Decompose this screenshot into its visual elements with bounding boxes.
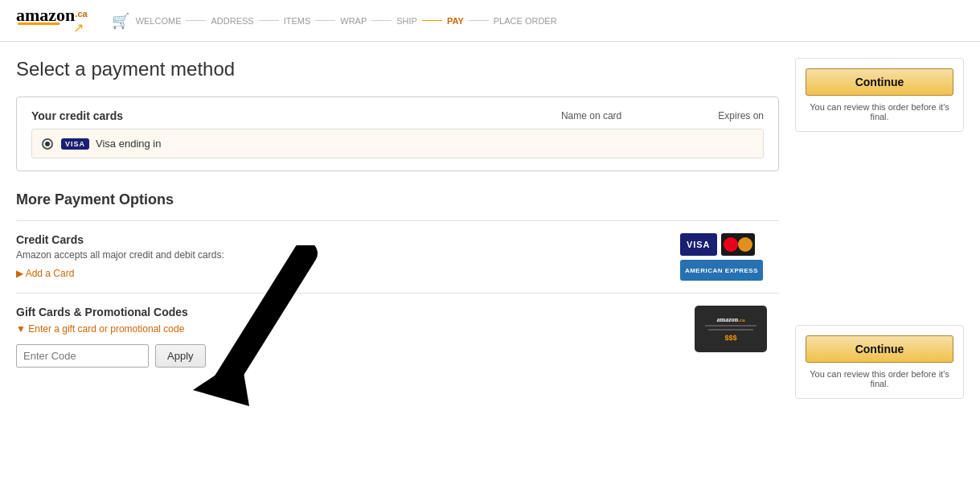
radio-button[interactable] <box>42 138 53 150</box>
radio-inner <box>45 142 50 146</box>
gift-cards-left: Gift Cards & Promotional Codes ▼ Enter a… <box>16 306 206 368</box>
visa-logo: VISA <box>61 138 89 150</box>
nav-step-pay[interactable]: PAY <box>447 16 464 26</box>
continue-button-bottom[interactable]: Continue <box>806 335 953 363</box>
page-title: Select a payment method <box>16 58 779 80</box>
credit-cards-section: Your credit cards Name on card Expires o… <box>16 97 779 171</box>
main-layout: Select a payment method Your credit card… <box>0 42 980 415</box>
cc-header-row: Your credit cards Name on card Expires o… <box>31 109 764 129</box>
nav-step-ship[interactable]: SHIP <box>396 16 417 26</box>
visa-card-logo: VISA <box>680 233 717 256</box>
card-logos-group: VISA AMERICAN EXPRESS <box>680 233 763 281</box>
cc-section-label: Your credit cards <box>31 109 123 122</box>
card-label: Visa ending in <box>96 138 161 150</box>
mastercard-logo <box>721 233 755 256</box>
header: amazon.ca ↗ 🛒 WELCOME ADDRESS ITEMS WRAP… <box>0 0 980 42</box>
cc-subsection-desc: Amazon accepts all major credit and debi… <box>16 249 224 261</box>
continue-box-bottom: Continue You can review this order befor… <box>795 325 964 399</box>
gift-cards-title: Gift Cards & Promotional Codes <box>16 306 206 318</box>
sidebar: Continue You can review this order befor… <box>795 58 964 399</box>
more-options-title: More Payment Options <box>16 191 779 208</box>
cart-icon: 🛒 <box>112 12 129 30</box>
review-text-top: You can review this order before it's fi… <box>806 102 953 121</box>
add-card-link[interactable]: ▶ Add a Card <box>16 268 74 279</box>
cc-subsection-left: Credit Cards Amazon accepts all major cr… <box>16 233 224 279</box>
cc-subsection-title: Credit Cards <box>16 233 224 246</box>
gift-input-row: Apply <box>16 344 206 368</box>
cc-col-expires: Expires on <box>718 110 764 121</box>
more-options-section: Credit Cards Amazon accepts all major cr… <box>16 220 779 380</box>
logo[interactable]: amazon.ca ↗ <box>16 6 88 35</box>
continue-box-top: Continue You can review this order befor… <box>795 58 964 132</box>
nav-step-address[interactable]: ADDRESS <box>211 16 253 26</box>
gift-code-input[interactable] <box>16 344 149 368</box>
nav-step-wrap[interactable]: WRAP <box>340 16 367 26</box>
gift-cards-subsection: Gift Cards & Promotional Codes ▼ Enter a… <box>16 294 779 380</box>
cc-col-name: Name on card <box>561 110 621 121</box>
continue-button-top[interactable]: Continue <box>806 68 953 96</box>
apply-button[interactable]: Apply <box>155 344 206 368</box>
amazon-gift-card-image: amazon.ca $$$ <box>695 306 767 352</box>
credit-cards-subsection: Credit Cards Amazon accepts all major cr… <box>16 221 779 294</box>
nav-step-items[interactable]: ITEMS <box>284 16 311 26</box>
nav-step-place-order[interactable]: PLACE ORDER <box>494 16 557 26</box>
review-text-bottom: You can review this order before it's fi… <box>806 369 953 388</box>
main-content: Select a payment method Your credit card… <box>16 58 779 399</box>
checkout-nav: 🛒 WELCOME ADDRESS ITEMS WRAP SHIP PAY PL… <box>112 12 964 30</box>
nav-step-welcome[interactable]: WELCOME <box>136 16 182 26</box>
gift-code-link[interactable]: ▼ Enter a gift card or promotional code <box>16 323 206 335</box>
amex-logo: AMERICAN EXPRESS <box>680 260 763 281</box>
card-row-visa[interactable]: VISA Visa ending in <box>31 129 764 158</box>
